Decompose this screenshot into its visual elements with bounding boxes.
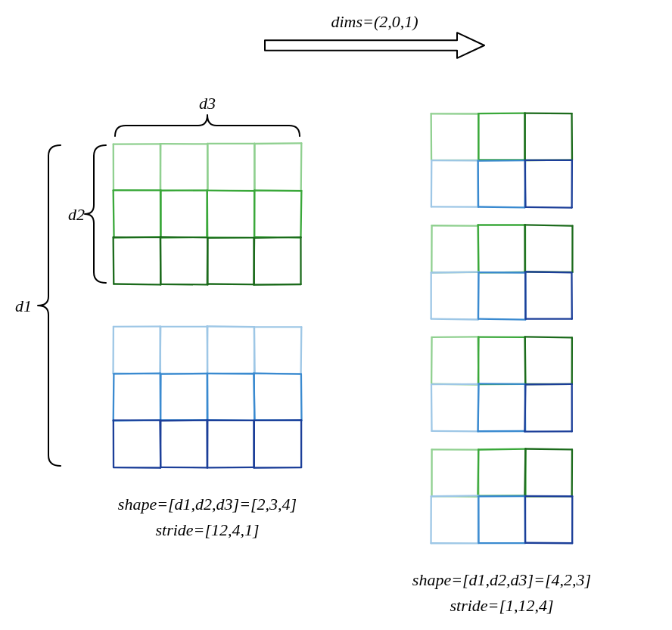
left-top-grid-cell bbox=[254, 143, 301, 191]
left-top-grid-cell bbox=[254, 237, 300, 285]
right-block-2-cell bbox=[478, 383, 526, 431]
right-block-3-cell bbox=[432, 449, 479, 496]
left-top-grid-cell bbox=[114, 191, 161, 238]
left-top-grid-cell bbox=[114, 237, 161, 285]
left-bottom-grid-cell bbox=[160, 421, 207, 468]
d1-label: d1 bbox=[15, 296, 32, 315]
left-bottom-grid-cell bbox=[254, 327, 301, 374]
right-block-0-cell bbox=[478, 113, 524, 160]
left-bottom-grid-cell bbox=[207, 327, 254, 374]
left-bottom-grid-cell bbox=[114, 374, 160, 421]
left-top-grid-cell bbox=[207, 144, 254, 191]
right-stride-caption: stride=[1,12,4] bbox=[450, 596, 553, 615]
d2-label: d2 bbox=[68, 205, 85, 224]
right-block-3-cell bbox=[524, 448, 572, 496]
right-block-3-cell bbox=[431, 495, 478, 543]
d2-brace bbox=[85, 145, 106, 283]
left-bottom-grid-cell bbox=[207, 421, 254, 468]
left-shape-caption: shape=[d1,d2,d3]=[2,3,4] bbox=[118, 495, 297, 514]
left-bottom-grid-cell bbox=[114, 327, 160, 374]
left-top-grid-cell bbox=[114, 144, 161, 190]
right-block-2-cell bbox=[478, 337, 525, 385]
right-block-1-cell bbox=[525, 225, 573, 272]
left-top-grid-cell bbox=[160, 144, 208, 191]
right-block-1-cell bbox=[431, 272, 479, 320]
left-top-grid-cell bbox=[207, 191, 254, 237]
right-shape-caption: shape=[d1,d2,d3]=[4,2,3] bbox=[412, 570, 591, 589]
left-bottom-grid-cell bbox=[254, 374, 301, 421]
right-block-3-cell bbox=[525, 496, 572, 543]
right-block-2-cell bbox=[431, 384, 478, 432]
d1-brace bbox=[38, 145, 61, 466]
right-block-0-cell bbox=[478, 160, 525, 207]
d3-brace bbox=[115, 115, 300, 136]
left-bottom-grid-cell bbox=[160, 327, 207, 374]
right-block-0-cell bbox=[525, 113, 572, 160]
left-top-grid-cell bbox=[207, 237, 254, 284]
d3-label: d3 bbox=[199, 94, 216, 113]
right-block-2-cell bbox=[525, 337, 572, 384]
right-block-1-cell bbox=[525, 272, 571, 318]
right-block-3-cell bbox=[478, 449, 525, 496]
permute-arrow-label: dims=(2,0,1) bbox=[331, 12, 418, 31]
right-block-0-cell bbox=[431, 113, 479, 160]
right-block-1-cell bbox=[478, 272, 525, 319]
left-bottom-grid-cell bbox=[254, 421, 301, 468]
permute-arrow-icon bbox=[265, 33, 484, 58]
right-block-1-cell bbox=[478, 225, 525, 273]
left-bottom-grid-cell bbox=[160, 374, 207, 421]
left-top-grid-cell bbox=[254, 191, 301, 238]
left-stride-caption: stride=[12,4,1] bbox=[155, 520, 259, 539]
left-top-grid-cell bbox=[160, 237, 207, 284]
right-block-1-cell bbox=[431, 225, 478, 272]
right-block-3-cell bbox=[478, 496, 525, 543]
right-block-0-cell bbox=[431, 160, 478, 207]
left-top-grid-cell bbox=[160, 191, 207, 238]
left-bottom-grid-cell bbox=[207, 374, 255, 421]
right-block-2-cell bbox=[524, 384, 571, 432]
right-block-0-cell bbox=[525, 160, 572, 208]
left-bottom-grid-cell bbox=[114, 421, 161, 468]
right-block-2-cell bbox=[431, 337, 478, 384]
